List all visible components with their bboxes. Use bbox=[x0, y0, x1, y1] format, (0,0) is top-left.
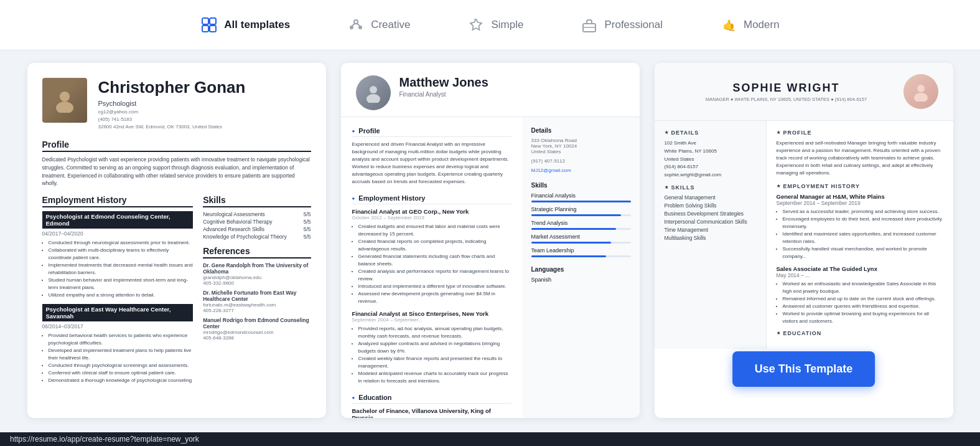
job-title-3a: General Manager at H&M, White Plains bbox=[777, 193, 943, 200]
skill-item: Trend Analysis bbox=[531, 220, 631, 226]
nav-bar: All templates Creative Simple bbox=[0, 0, 980, 50]
bullet: Generated financial statements including… bbox=[358, 253, 511, 268]
bullet: Conducted through psychological screenin… bbox=[49, 362, 194, 369]
job-title-3b: Sales Associate at The Guided Lynx bbox=[777, 265, 943, 272]
skill-item: General Management bbox=[665, 194, 756, 201]
bullet: Created financial reports on completed p… bbox=[358, 238, 511, 253]
svg-rect-2 bbox=[202, 26, 208, 32]
skills-title-1: Skills bbox=[203, 195, 310, 207]
template-card-sophie[interactable]: SOPHIE WRIGHT MANAGER ● WHITE PLAINS, NY… bbox=[655, 63, 953, 418]
skill-row: Cognitive Behavioral Therapy5/5 bbox=[203, 219, 310, 225]
svg-rect-0 bbox=[202, 18, 208, 24]
bullet: Created analysis and performance reports… bbox=[358, 268, 511, 283]
bullet: Demonstrated a thorough knowledge of psy… bbox=[49, 377, 194, 384]
candidate-contact-1: cg12@yahoo.com(405) 741-518332600 42nd A… bbox=[98, 108, 246, 131]
status-url: https://resume.io/app/create-resume?temp… bbox=[10, 435, 199, 444]
job-date-1a: 04/2017–04/2020 bbox=[42, 230, 194, 237]
svg-rect-1 bbox=[210, 18, 216, 24]
job-title-2a: Financial Analyst at GEO Corp., New York bbox=[352, 208, 511, 215]
template-card-christopher[interactable]: Christopher Gonan Psychologist cg12@yaho… bbox=[27, 63, 326, 418]
bullet: Provided behavioral health services to p… bbox=[49, 332, 194, 347]
nav-item-simple[interactable]: Simple bbox=[457, 11, 533, 39]
ref-name: Dr. Michelle Fortunato from East Way Hea… bbox=[203, 290, 310, 302]
bullet: Identified and maximized sales opportuni… bbox=[783, 230, 943, 245]
simple-icon bbox=[467, 16, 485, 34]
profile-section-3: PROFILE bbox=[777, 130, 943, 136]
bullet: Conducted through neurological assessmen… bbox=[49, 239, 194, 247]
svg-point-14 bbox=[917, 85, 925, 92]
bullet: Created weekly labor finance reports and… bbox=[358, 355, 511, 370]
candidate-photo-1 bbox=[42, 78, 87, 123]
bullet: Analyzed supplier contracts and advised … bbox=[358, 340, 511, 355]
bullet: Implemented treatments that decreased me… bbox=[49, 262, 194, 277]
candidate-meta-3: MANAGER ● WHITE PLAINS, NY 10605, UNITED… bbox=[670, 97, 903, 102]
nav-item-creative[interactable]: Creative bbox=[337, 11, 420, 39]
template-card-matthew[interactable]: Matthew Jones Financial Analyst Profile … bbox=[341, 63, 640, 418]
education-section-3: EDUCATION bbox=[777, 330, 943, 336]
detail-address-2: 333 Oklahoma RoadNew York, NY 10024Unite… bbox=[531, 138, 631, 154]
job-title-2b: Financial Analyst at Sisco Enterprises, … bbox=[352, 310, 511, 317]
svg-point-4 bbox=[354, 20, 358, 24]
use-template-button[interactable]: Use This Template bbox=[732, 351, 875, 387]
nav-item-professional[interactable]: Professional bbox=[571, 11, 673, 39]
candidate-photo-2 bbox=[356, 75, 391, 110]
job-dates-3b: May 2014 – ... bbox=[777, 272, 943, 278]
profile-text-3: Experienced and self-motivated Manager b… bbox=[777, 140, 943, 177]
profile-text-2: Experienced and driven Financial Analyst… bbox=[352, 141, 511, 186]
svg-text:🤙: 🤙 bbox=[722, 19, 737, 32]
job-date-1b: 06/2014–03/2017 bbox=[42, 323, 194, 330]
bullet: Collaborated with multi-disciplinary tea… bbox=[49, 247, 194, 262]
job-title-1b: Psychologist at East Way Healthcare Cent… bbox=[42, 304, 194, 321]
svg-point-15 bbox=[914, 93, 928, 102]
education-degree-2: Bachelor of Finance, Villanova Universit… bbox=[352, 407, 511, 418]
profile-text-1: Dedicated Psychologist with vast experie… bbox=[42, 156, 311, 187]
skill-item: Market Assessment bbox=[531, 234, 631, 240]
details-title-3: DETAILS bbox=[665, 130, 756, 136]
bullet: Assessed new development projects genera… bbox=[358, 290, 511, 305]
job-dates-3a: September 2014 – September 2019 bbox=[777, 200, 943, 206]
candidate-name-3: SOPHIE WRIGHT bbox=[670, 82, 903, 95]
skill-row: Advanced Research Skills5/5 bbox=[203, 226, 310, 232]
skill-item: Team Leadership bbox=[531, 247, 631, 254]
nav-item-all-templates[interactable]: All templates bbox=[190, 11, 300, 39]
details-title-2: Details bbox=[531, 127, 631, 134]
nav-all-templates-label: All templates bbox=[224, 19, 290, 31]
templates-area: Christopher Gonan Psychologist cg12@yaho… bbox=[0, 50, 980, 434]
job-date-2b: September 2004 – September... bbox=[352, 317, 511, 323]
nav-creative-label: Creative bbox=[371, 19, 410, 31]
bullet: Studied human behavior and implemented s… bbox=[49, 277, 194, 292]
candidate-name-2: Matthew Jones bbox=[399, 75, 488, 90]
profile-section-2: Profile bbox=[352, 127, 511, 137]
bullet: Served as a successful leader, promoting… bbox=[783, 208, 943, 216]
svg-rect-3 bbox=[210, 26, 216, 32]
all-templates-icon bbox=[200, 16, 218, 34]
skill-item: Strategic Planning bbox=[531, 206, 631, 212]
language-item: Spanish bbox=[531, 277, 631, 283]
employment-section-3: EMPLOYMENT HISTORY bbox=[777, 183, 943, 189]
modern-icon: 🤙 bbox=[720, 16, 737, 34]
job-date-2a: October 2012 – September 2019 bbox=[352, 215, 511, 221]
skill-row: Neurological Assessments5/5 bbox=[203, 211, 310, 217]
bullet: Created budgets and ensured that labor a… bbox=[358, 223, 511, 238]
bullet: Provided reports, ad-hoc analysis, annua… bbox=[358, 325, 511, 340]
nav-item-modern[interactable]: 🤙 Modern bbox=[710, 11, 790, 39]
bullet: Conferred with clinical staff to ensure … bbox=[49, 369, 194, 377]
creative-icon bbox=[347, 16, 365, 34]
nav-modern-label: Modern bbox=[744, 19, 780, 31]
bullet: Modeled anticipated revenue charts to ac… bbox=[358, 370, 511, 385]
skill-item: Time Management bbox=[665, 227, 756, 233]
bullet: Successfully handled visual merchandise,… bbox=[783, 245, 943, 260]
svg-point-12 bbox=[370, 86, 377, 93]
nav-simple-label: Simple bbox=[491, 19, 523, 31]
skills-title-2: Skills bbox=[531, 182, 631, 189]
profile-section-1: Profile bbox=[42, 140, 311, 152]
bullet: Remained informed and up to date on the … bbox=[783, 295, 943, 303]
employment-title-1: Employment History bbox=[42, 195, 194, 207]
resume-preview-2: Matthew Jones Financial Analyst Profile … bbox=[341, 63, 640, 418]
references-title-1: References bbox=[203, 246, 310, 259]
skill-item: Multitasking Skills bbox=[665, 235, 756, 241]
bullet: Developed and implemented treatment plan… bbox=[49, 347, 194, 362]
bullet: Introduced and implemented a different t… bbox=[358, 283, 511, 290]
employment-section-2: Employment History bbox=[352, 194, 511, 204]
skill-item: Financial Analysis bbox=[531, 192, 631, 199]
